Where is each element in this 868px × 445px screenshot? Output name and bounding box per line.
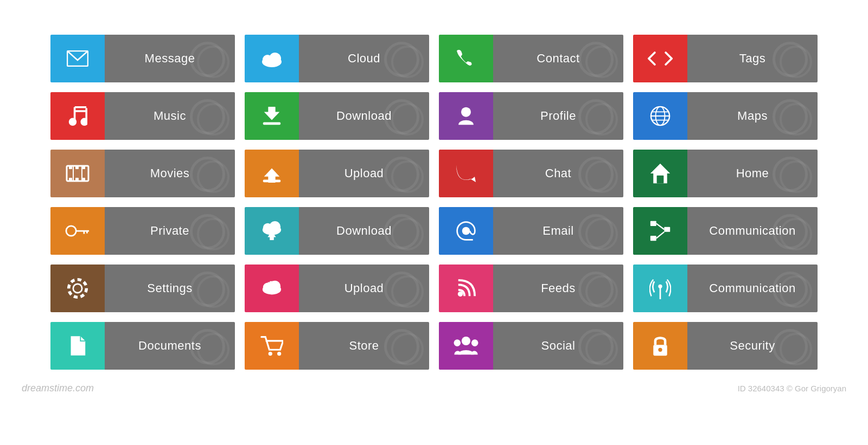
tile-label-contact: Contact: [493, 35, 623, 82]
svg-rect-11: [268, 107, 275, 114]
tile-label-communication: Communication: [687, 207, 818, 255]
svg-point-49: [69, 280, 87, 298]
tile-private[interactable]: Private: [50, 207, 235, 255]
tile-movies[interactable]: Movies: [50, 150, 235, 197]
svg-point-60: [462, 337, 470, 345]
tile-label-private: Private: [105, 207, 235, 255]
tile-social[interactable]: Social: [439, 322, 623, 370]
tile-label-feeds: Feeds: [493, 265, 623, 312]
tile-contact[interactable]: Contact: [439, 35, 623, 82]
tile-maps[interactable]: Maps: [633, 92, 818, 140]
chat-icon: [439, 150, 493, 197]
svg-rect-30: [263, 179, 280, 182]
download-icon: [245, 92, 299, 140]
cloud-icon: [245, 35, 299, 82]
tile-grid: MessageCloudContactTagsMusicDownloadProf…: [50, 35, 818, 370]
footer-logo: dreamstime.com: [22, 383, 94, 394]
svg-rect-32: [657, 176, 664, 184]
svg-point-62: [471, 339, 478, 346]
footer: dreamstime.com ID 32640343 © Gor Grigory…: [11, 383, 857, 394]
tile-download2[interactable]: Download: [245, 207, 429, 255]
tile-label-message: Message: [105, 35, 235, 82]
music-icon: [50, 92, 105, 140]
tile-communication[interactable]: Communication: [633, 207, 818, 255]
svg-rect-12: [263, 122, 280, 125]
tile-tags[interactable]: Tags: [633, 35, 818, 82]
tile-label-email: Email: [493, 207, 623, 255]
tile-download[interactable]: Download: [245, 92, 429, 140]
tile-label-movies: Movies: [105, 150, 235, 197]
svg-point-58: [269, 352, 272, 356]
svg-line-47: [656, 232, 665, 238]
svg-rect-24: [75, 178, 79, 181]
svg-rect-21: [75, 166, 79, 169]
globe-icon: [633, 92, 687, 140]
svg-point-48: [73, 284, 82, 293]
tile-chat[interactable]: Chat: [439, 150, 623, 197]
svg-point-64: [658, 348, 662, 352]
tile-store[interactable]: Store: [245, 322, 429, 370]
svg-rect-4: [75, 106, 87, 108]
at-icon: [439, 207, 493, 255]
gear-icon: [50, 265, 105, 312]
tile-security[interactable]: Security: [633, 322, 818, 370]
svg-point-13: [461, 107, 471, 117]
tile-documents[interactable]: Documents: [50, 322, 235, 370]
svg-rect-54: [270, 281, 274, 286]
cloud-down-icon: [245, 207, 299, 255]
house-icon: [633, 150, 687, 197]
tile-label-download2: Download: [299, 207, 429, 255]
tile-communication2[interactable]: Communication: [633, 265, 818, 312]
tile-label-chat: Chat: [493, 150, 623, 197]
svg-point-42: [462, 227, 470, 235]
svg-marker-28: [264, 169, 280, 177]
tile-email[interactable]: Email: [439, 207, 623, 255]
svg-rect-23: [69, 178, 72, 181]
tile-label-communication2: Communication: [687, 265, 818, 312]
network-icon: [633, 207, 687, 255]
user-icon: [439, 92, 493, 140]
file-icon: [50, 322, 105, 370]
svg-point-59: [277, 352, 281, 356]
tile-label-upload2: Upload: [299, 265, 429, 312]
svg-point-61: [454, 339, 461, 346]
key-icon: [50, 207, 105, 255]
tile-label-upload: Upload: [299, 150, 429, 197]
tile-profile[interactable]: Profile: [439, 92, 623, 140]
tile-label-music: Music: [105, 92, 235, 140]
tile-label-security: Security: [687, 322, 818, 370]
tile-label-profile: Profile: [493, 92, 623, 140]
svg-point-9: [80, 118, 87, 126]
svg-point-57: [658, 285, 662, 288]
phone-icon: [439, 35, 493, 82]
tile-label-download: Download: [299, 92, 429, 140]
tile-upload2[interactable]: Upload: [245, 265, 429, 312]
tile-message[interactable]: Message: [50, 35, 235, 82]
antenna-icon: [633, 265, 687, 312]
tile-settings[interactable]: Settings: [50, 265, 235, 312]
upload-icon: [245, 150, 299, 197]
svg-point-33: [66, 226, 76, 236]
tile-home[interactable]: Home: [633, 150, 818, 197]
svg-rect-45: [664, 227, 670, 232]
tile-cloud[interactable]: Cloud: [245, 35, 429, 82]
svg-rect-44: [650, 236, 656, 241]
film-icon: [50, 150, 105, 197]
tile-label-store: Store: [299, 322, 429, 370]
code-icon: [633, 35, 687, 82]
svg-rect-20: [69, 166, 72, 169]
svg-rect-43: [650, 221, 656, 226]
tile-feeds[interactable]: Feeds: [439, 265, 623, 312]
tile-upload[interactable]: Upload: [245, 150, 429, 197]
tile-label-documents: Documents: [105, 322, 235, 370]
svg-line-46: [656, 223, 665, 229]
tile-music[interactable]: Music: [50, 92, 235, 140]
lock-icon: [633, 322, 687, 370]
tile-label-home: Home: [687, 150, 818, 197]
cloud-up-icon: [245, 265, 299, 312]
tile-label-cloud: Cloud: [299, 35, 429, 82]
envelope-icon: [50, 35, 105, 82]
tile-label-settings: Settings: [105, 265, 235, 312]
svg-point-8: [69, 118, 76, 126]
svg-point-39: [269, 221, 280, 233]
